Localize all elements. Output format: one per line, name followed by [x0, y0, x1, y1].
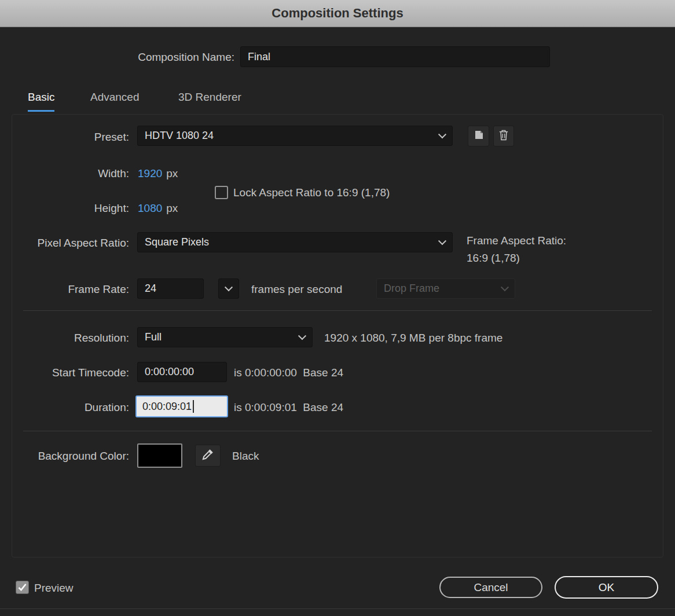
composition-name-input[interactable] — [240, 46, 550, 67]
background-color-name: Black — [232, 450, 259, 463]
eyedropper-icon — [201, 448, 214, 463]
chevron-down-icon — [501, 283, 509, 291]
width-value-row: 1920px — [138, 167, 178, 180]
duration-value: 0:00:09:01 — [142, 401, 192, 413]
chevron-down-icon — [225, 283, 233, 291]
height-value[interactable]: 1080 — [138, 202, 162, 214]
trash-icon — [498, 129, 509, 143]
preset-dropdown[interactable]: HDTV 1080 24 — [137, 126, 453, 146]
chevron-down-icon — [438, 130, 446, 138]
ok-button[interactable]: OK — [555, 576, 658, 599]
eyedropper-button[interactable] — [195, 445, 221, 467]
width-unit: px — [166, 167, 178, 179]
save-preset-icon — [474, 130, 484, 142]
check-icon — [18, 584, 27, 591]
width-value[interactable]: 1920 — [138, 167, 162, 179]
duration-label: Duration: — [0, 401, 129, 414]
frame-rate-dropdown-button[interactable] — [218, 278, 239, 299]
save-preset-button[interactable] — [468, 126, 489, 146]
drop-frame-value: Drop Frame — [384, 283, 439, 295]
start-timecode-info: is 0:00:00:00 Base 24 — [234, 366, 343, 379]
divider — [23, 431, 652, 431]
preset-value: HDTV 1080 24 — [145, 130, 214, 142]
resolution-value: Full — [145, 331, 162, 343]
background-color-swatch[interactable] — [137, 443, 182, 468]
cancel-button[interactable]: Cancel — [439, 577, 542, 598]
resolution-label: Resolution: — [0, 332, 129, 344]
preview-checkbox[interactable] — [16, 581, 29, 594]
pixel-aspect-ratio-dropdown[interactable]: Square Pixels — [137, 232, 453, 252]
preview-label[interactable]: Preview — [34, 582, 74, 595]
start-timecode-label: Start Timecode: — [0, 366, 129, 379]
width-label: Width: — [0, 167, 129, 180]
dialog-bottom-edge — [0, 608, 675, 609]
title-bar: Composition Settings — [0, 0, 675, 27]
frame-rate-label: Frame Rate: — [0, 283, 129, 296]
dialog-title: Composition Settings — [272, 6, 403, 21]
preset-label: Preset: — [0, 131, 129, 144]
frame-rate-input[interactable] — [137, 278, 204, 299]
tab-advanced[interactable]: Advanced — [90, 91, 140, 112]
tab-3d-renderer[interactable]: 3D Renderer — [178, 91, 241, 112]
pixel-aspect-ratio-value: Square Pixels — [145, 236, 209, 248]
text-caret — [193, 400, 194, 413]
duration-info: is 0:00:09:01 Base 24 — [234, 401, 343, 414]
delete-preset-button[interactable] — [493, 126, 514, 146]
composition-name-label: Composition Name: — [12, 51, 234, 64]
resolution-dropdown[interactable]: Full — [137, 327, 313, 347]
chevron-down-icon — [438, 237, 446, 245]
frame-aspect-ratio-label: Frame Aspect Ratio: — [467, 234, 566, 247]
lock-aspect-ratio-checkbox[interactable] — [215, 186, 228, 199]
frame-aspect-ratio-value: 16:9 (1,78) — [467, 252, 520, 265]
pixel-aspect-ratio-label: Pixel Aspect Ratio: — [0, 237, 129, 250]
start-timecode-input[interactable] — [137, 362, 227, 382]
tab-basic[interactable]: Basic — [28, 91, 54, 112]
height-value-row: 1080px — [138, 202, 178, 215]
duration-input[interactable]: 0:00:09:01 — [135, 395, 228, 417]
height-label: Height: — [0, 202, 129, 215]
chevron-down-icon — [298, 332, 306, 340]
drop-frame-dropdown: Drop Frame — [376, 278, 515, 299]
background-color-label: Background Color: — [0, 450, 129, 463]
lock-aspect-ratio-label[interactable]: Lock Aspect Ratio to 16:9 (1,78) — [233, 186, 390, 199]
frames-per-second-label: frames per second — [251, 283, 342, 296]
divider — [23, 310, 652, 311]
resolution-info: 1920 x 1080, 7,9 MB per 8bpc frame — [324, 332, 502, 344]
height-unit: px — [166, 202, 178, 214]
composition-settings-dialog: Composition Settings Composition Name: B… — [0, 0, 675, 616]
